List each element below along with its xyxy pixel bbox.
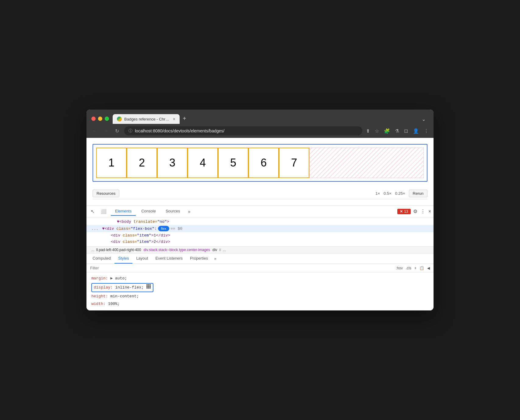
more-options-icon[interactable]: ⋮ [420, 208, 425, 214]
svg-rect-5 [149, 286, 151, 287]
maximize-traffic-light[interactable] [105, 117, 109, 121]
styles-panel: Computed Styles Layout Event Listeners P… [86, 254, 434, 310]
devtools-toolbar: ↖ ⬜ Elements Console Sources » ✕ 13 ⚙ ⋮ … [86, 206, 434, 217]
css-value-display: inline-flex; [115, 285, 144, 291]
browser-tab-active[interactable]: Badges reference - Chrome De × [113, 114, 180, 124]
svg-rect-3 [146, 286, 148, 287]
minimize-traffic-light[interactable] [98, 117, 102, 121]
zoom-025x-button[interactable]: 0.25× [395, 191, 405, 196]
css-display-line: display: inline-flex; [91, 282, 429, 293]
error-x-icon: ✕ [400, 209, 403, 214]
css-value-width: 100%; [108, 302, 120, 306]
flex-item-7: 7 [279, 148, 309, 178]
resources-bar: Resources 1× 0.5× 0.25× Rerun [93, 188, 427, 199]
tree-row-item2[interactable]: <div class="item">2</div> [86, 239, 434, 245]
more-tabs-icon[interactable]: » [186, 208, 193, 215]
error-count: 13 [404, 209, 408, 214]
div-flex-tag: ▼<div class="flex-box": [102, 226, 156, 231]
settings-icon[interactable]: ⚙ [413, 208, 417, 214]
item2-tag: <div class="item">2</div> [111, 240, 170, 244]
devtools-right-icons: ⚙ ⋮ × [413, 208, 431, 214]
breadcrumb-item-1[interactable]: ll.pad-left-400.pad-right-400 [96, 248, 141, 252]
tab-close-icon[interactable]: × [173, 117, 175, 121]
page-content: 1 2 3 4 5 6 7 Resources 1× 0.5× 0.25× Re… [86, 138, 434, 205]
inspect-element-icon[interactable]: ↖ [89, 208, 97, 215]
grid-layout-icon[interactable] [146, 284, 151, 291]
menu-icon[interactable]: ⋮ [424, 128, 429, 134]
title-bar: Badges reference - Chrome De × + ⌄ [86, 110, 434, 124]
hov-filter-button[interactable]: :hov [396, 266, 403, 270]
flex-item-4: 4 [188, 148, 218, 178]
panel-tab-more-icon[interactable]: » [212, 254, 219, 263]
panel-tab-properties[interactable]: Properties [186, 254, 212, 264]
tab-console[interactable]: Console [137, 207, 160, 216]
panel-tabs: Computed Styles Layout Event Listeners P… [86, 254, 434, 264]
flex-demo-container: 1 2 3 4 5 6 7 [93, 144, 427, 182]
back-button[interactable]: ← [91, 128, 99, 134]
flex-items-row: 1 2 3 4 5 6 7 [96, 148, 309, 178]
address-bar: ← → ↻ ⓘ localhost:8080/docs/devtools/ele… [86, 124, 434, 138]
panel-tab-computed[interactable]: Computed [89, 254, 114, 264]
resources-button[interactable]: Resources [93, 190, 119, 197]
css-width-line: width: 100%; [91, 300, 429, 308]
panel-tab-styles[interactable]: Styles [114, 254, 132, 264]
error-badge[interactable]: ✕ 13 [397, 209, 410, 214]
devtools-panel: ↖ ⬜ Elements Console Sources » ✕ 13 ⚙ ⋮ … [86, 205, 434, 310]
tab-sources[interactable]: Sources [161, 207, 184, 216]
css-prop-height: height: [91, 294, 108, 299]
extensions-icon[interactable]: 🧩 [384, 128, 390, 134]
close-traffic-light[interactable] [91, 117, 96, 121]
css-code: margin: ▶ auto; display: inline-flex; [86, 272, 434, 310]
flask-icon[interactable]: ⚗ [395, 128, 399, 134]
url-text: localhost:8080/docs/devtools/elements/ba… [135, 128, 358, 133]
tree-row-body[interactable]: ▼<body translate="no"> [86, 219, 434, 225]
svg-rect-4 [148, 286, 149, 287]
new-tab-button[interactable]: + [180, 113, 189, 124]
css-triangle-margin[interactable]: ▶ [110, 276, 115, 281]
forward-button[interactable]: → [102, 128, 110, 134]
split-screen-icon[interactable]: ⊡ [404, 128, 408, 134]
flex-badge[interactable]: flex [158, 226, 169, 231]
close-devtools-icon[interactable]: × [428, 209, 431, 214]
traffic-lights [91, 117, 109, 121]
url-bar[interactable]: ⓘ localhost:8080/docs/devtools/elements/… [124, 126, 362, 135]
panel-tab-event-listeners[interactable]: Event Listeners [152, 254, 186, 264]
toggle-sidebar-icon[interactable]: ◀ [427, 266, 430, 270]
browser-window: Badges reference - Chrome De × + ⌄ ← → ↻… [86, 110, 434, 310]
tab-overflow-button[interactable]: ⌄ [419, 114, 429, 124]
css-prop-width: width: [91, 302, 106, 306]
breadcrumb-item-2[interactable]: div.stack.stack--block.type.center-image… [143, 248, 210, 252]
info-icon: ⓘ [128, 128, 132, 134]
filter-bar: :hov .cls + 📋 ◀ [86, 264, 434, 272]
svg-rect-1 [148, 284, 149, 285]
breadcrumb-overflow[interactable]: ... [223, 248, 226, 252]
tab-elements[interactable]: Elements [111, 207, 136, 216]
filter-input[interactable] [90, 266, 393, 270]
tab-title: Badges reference - Chrome De [124, 117, 170, 121]
breadcrumb-more[interactable]: ... [91, 248, 94, 252]
dollar-zero: == $0 [170, 226, 182, 231]
copy-styles-icon[interactable]: 📋 [420, 266, 424, 270]
breadcrumb-item-3[interactable]: div [213, 248, 217, 252]
rerun-button[interactable]: Rerun [409, 190, 427, 197]
devtools-tabs: Elements Console Sources » [111, 207, 395, 216]
css-display-highlight: display: inline-flex; [91, 283, 153, 292]
filter-actions: :hov .cls + 📋 ◀ [396, 266, 430, 270]
share-icon[interactable]: ⬆ [366, 128, 370, 134]
profile-icon[interactable]: 👤 [413, 128, 419, 134]
bookmark-icon[interactable]: ☆ [375, 128, 379, 134]
tree-row-item1[interactable]: <div class="item">1</div> [86, 232, 434, 239]
device-toolbar-icon[interactable]: ⬜ [99, 208, 108, 215]
tree-row-div-flex[interactable]: ... ▼<div class="flex-box": flex == $0 [86, 225, 434, 232]
css-margin-line: margin: ▶ auto; [91, 275, 429, 282]
flex-item-5: 5 [218, 148, 248, 178]
breadcrumb-item-4[interactable]: i [220, 248, 220, 252]
panel-tab-layout[interactable]: Layout [132, 254, 152, 264]
add-style-button[interactable]: + [414, 266, 416, 270]
flex-item-3: 3 [157, 148, 188, 178]
refresh-button[interactable]: ↻ [113, 128, 121, 134]
flex-item-6: 6 [248, 148, 279, 178]
cls-filter-button[interactable]: .cls [406, 266, 411, 270]
zoom-1x-button[interactable]: 1× [375, 191, 380, 196]
zoom-05x-button[interactable]: 0.5× [384, 191, 392, 196]
